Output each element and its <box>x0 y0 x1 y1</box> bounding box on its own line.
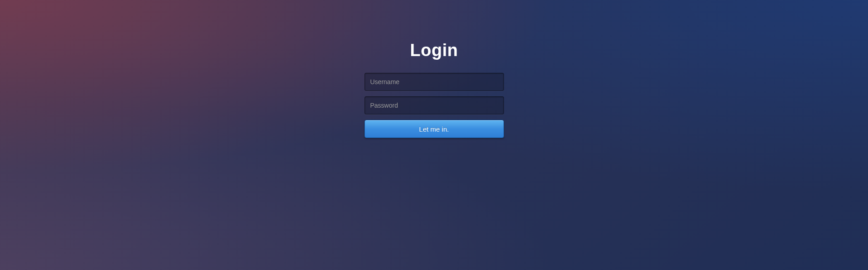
login-panel: Login Let me in. <box>357 41 511 138</box>
login-form: Let me in. <box>364 73 504 138</box>
login-title: Login <box>410 41 458 60</box>
username-input[interactable] <box>364 73 504 91</box>
password-input[interactable] <box>364 96 504 114</box>
submit-button[interactable]: Let me in. <box>364 120 504 138</box>
